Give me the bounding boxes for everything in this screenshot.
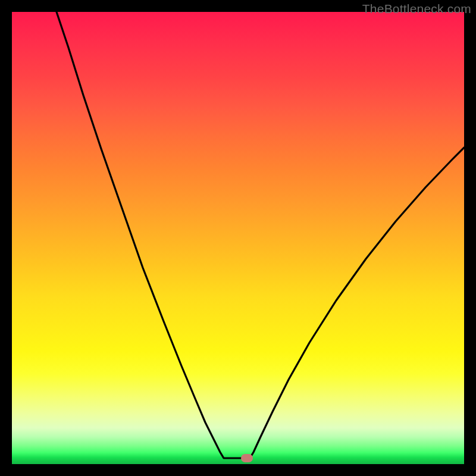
watermark-text: TheBottleneck.com <box>362 2 471 16</box>
bottleneck-marker <box>241 454 253 462</box>
